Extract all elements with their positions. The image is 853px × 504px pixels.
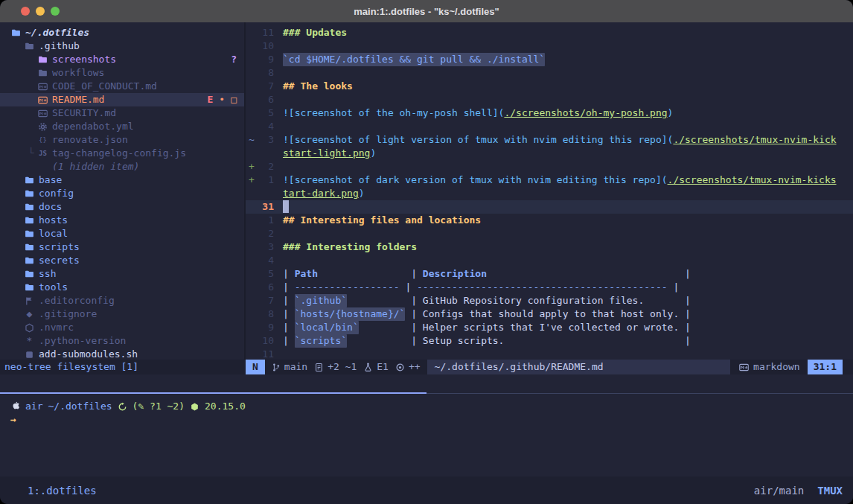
tree-item-label: (1 hidden item) bbox=[52, 160, 139, 173]
shell-prompt: air ~/.dotfiles (✎ ?1 ~2) 20.15.0 bbox=[10, 400, 246, 413]
tree-item--gitignore[interactable]: ◆.gitignore bbox=[0, 307, 244, 321]
tmux-pane-border-active[interactable] bbox=[0, 392, 426, 394]
text-run: | bbox=[487, 267, 691, 281]
editor-line[interactable]: 11 bbox=[246, 348, 853, 360]
line-number: 11 bbox=[256, 26, 274, 39]
text-run: | bbox=[644, 294, 691, 307]
gutter-sign bbox=[246, 200, 256, 214]
tree-item-screenshots[interactable]: screenshots? bbox=[0, 53, 244, 66]
editor-line[interactable]: 9`cd $HOME/.dotfiles && git pull && ./in… bbox=[246, 53, 853, 66]
editor-line[interactable]: ~3![screenshot of light version of tmux … bbox=[246, 133, 853, 147]
editor-line[interactable]: 10 bbox=[246, 39, 853, 53]
tree-item-local[interactable]: local bbox=[0, 227, 244, 240]
line-number: 7 bbox=[256, 294, 274, 307]
tree-item-label: ssh bbox=[39, 267, 56, 281]
editor-line[interactable]: 6 bbox=[246, 93, 853, 106]
tmux-window-tab[interactable]: 1:.dotfiles bbox=[28, 485, 97, 497]
editor-line[interactable]: 5![screenshot of the oh-my-posh shell](.… bbox=[246, 106, 853, 120]
editor-line[interactable]: 3### Interesting folders bbox=[246, 240, 853, 254]
editor-line[interactable]: 9| `local/bin` | Helper scripts that I'v… bbox=[246, 321, 853, 334]
editor-line[interactable]: 4 bbox=[246, 254, 853, 267]
tmux-badge: TMUX bbox=[817, 485, 843, 497]
editor-line[interactable]: 10| `scripts` | Setup scripts. | bbox=[246, 334, 853, 348]
folder-icon bbox=[24, 176, 35, 185]
editor-line[interactable]: 6| ------------------ | ----------------… bbox=[246, 281, 853, 294]
zoom-button[interactable] bbox=[51, 7, 60, 16]
tree-item-security-md[interactable]: SECURITY.md bbox=[0, 106, 244, 120]
tree-item--github[interactable]: .github bbox=[0, 39, 244, 53]
minimize-button[interactable] bbox=[36, 7, 45, 16]
tree-item--nvmrc[interactable]: .nvmrc bbox=[0, 321, 244, 334]
tree-item-workflows[interactable]: workflows bbox=[0, 66, 244, 80]
line-number: 8 bbox=[256, 307, 274, 321]
gutter-sign: + bbox=[246, 173, 256, 187]
editor-buffer[interactable]: 11### Updates 10 9`cd $HOME/.dotfiles &&… bbox=[246, 26, 853, 360]
line-number: 2 bbox=[256, 160, 274, 173]
diagnostic-error-badge: E bbox=[208, 93, 214, 106]
tree-item-label: .editorconfig bbox=[39, 294, 115, 307]
link-url: ./screenshots/tmux-nvim-kick bbox=[673, 133, 836, 147]
close-button[interactable] bbox=[21, 7, 30, 16]
editor-line[interactable]: 11### Updates bbox=[246, 26, 853, 39]
tree-item-ssh[interactable]: ssh bbox=[0, 267, 244, 281]
link-url: tart-dark.png bbox=[283, 187, 359, 200]
tree-item-tag-changelog-config-js[interactable]: └JStag-changelog-config.js bbox=[0, 147, 244, 160]
titlebar[interactable]: main:1:.dotfiles - "ks~/.dotfiles" bbox=[0, 0, 853, 22]
tree-item-label: hosts bbox=[39, 214, 68, 227]
editor-line[interactable]: 5| Path | Description | bbox=[246, 267, 853, 281]
unstaged-square-badge: □ bbox=[231, 93, 237, 106]
tree-item-readme-md[interactable]: README.mdE•□ bbox=[0, 93, 244, 106]
tree-item-code-of-conduct-md[interactable]: CODE_OF_CONDUCT.md bbox=[0, 80, 244, 93]
gutter-sign bbox=[246, 106, 256, 120]
line-number bbox=[256, 187, 274, 200]
text-run: | bbox=[673, 281, 679, 294]
tree-item--python-version[interactable]: *.python-version bbox=[0, 334, 244, 348]
tree-item-label: .nvmrc bbox=[39, 321, 74, 334]
tree-item-label: tag-changelog-config.js bbox=[52, 147, 186, 160]
editor-line[interactable]: 7## The looks bbox=[246, 80, 853, 93]
line-number: 6 bbox=[256, 281, 274, 294]
editor-line[interactable]: tart-dark.png) bbox=[246, 187, 853, 200]
tree-item-scripts[interactable]: scripts bbox=[0, 240, 244, 254]
text-run: ![screenshot of the oh-my-posh shell]( bbox=[283, 106, 504, 120]
tree-item--editorconfig[interactable]: .editorconfig bbox=[0, 294, 244, 307]
text-run: Helper scripts that I've collected or wr… bbox=[423, 321, 679, 334]
editor-line[interactable]: +2 bbox=[246, 160, 853, 173]
editor-line[interactable]: +1![screenshot of dark version of tmux w… bbox=[246, 173, 853, 187]
editor-line[interactable]: 8| `hosts/{hostname}/` | Configs that sh… bbox=[246, 307, 853, 321]
git-diff-counts: +2 ~1 bbox=[328, 360, 357, 374]
tree-item-config[interactable]: config bbox=[0, 187, 244, 200]
tree-item-renovate-json[interactable]: {}renovate.json bbox=[0, 133, 244, 147]
text-run: | bbox=[405, 281, 417, 294]
file-path: ~/.dotfiles/.github/README.md bbox=[427, 360, 730, 374]
editor-line[interactable]: 31 bbox=[246, 200, 853, 214]
text-run: | bbox=[283, 294, 295, 307]
text-run: | bbox=[283, 307, 295, 321]
tree-item-tools[interactable]: tools bbox=[0, 281, 244, 294]
tree-item-hosts[interactable]: hosts bbox=[0, 214, 244, 227]
text-run: Configs that should apply to that host o… bbox=[423, 307, 679, 321]
editor-line[interactable]: 1## Interesting files and locations bbox=[246, 214, 853, 227]
line-number: 5 bbox=[256, 106, 274, 120]
editor-line[interactable]: 4 bbox=[246, 120, 853, 133]
tree-item-label: tools bbox=[39, 281, 68, 294]
editor-line[interactable]: 7| `.github` | GitHub Repository configu… bbox=[246, 294, 853, 307]
editor-line[interactable]: 2 bbox=[246, 227, 853, 240]
gear-icon bbox=[37, 122, 48, 132]
editor-line[interactable]: 8 bbox=[246, 66, 853, 80]
tree-item-base[interactable]: base bbox=[0, 173, 244, 187]
help-hint-badge: ? bbox=[231, 53, 237, 66]
editor-line[interactable]: start-light.png) bbox=[246, 147, 853, 160]
gutter-sign bbox=[246, 93, 256, 106]
link-url: start-light.png bbox=[283, 147, 370, 160]
tree-item-dependabot-yml[interactable]: dependabot.yml bbox=[0, 120, 244, 133]
tree-item--dotfiles[interactable]: ~/.dotfiles bbox=[0, 26, 244, 39]
tree-item-badges: E•□ bbox=[208, 93, 244, 106]
tree-item-docs[interactable]: docs bbox=[0, 200, 244, 214]
tree-item--1-hidden-item-[interactable]: (1 hidden item) bbox=[0, 160, 244, 173]
gutter-sign bbox=[246, 254, 256, 267]
text-run: ) bbox=[370, 147, 376, 160]
tree-item-secrets[interactable]: secrets bbox=[0, 254, 244, 267]
prompt-arrow: → bbox=[10, 413, 16, 427]
git-status-label: (✎ ?1 ~2) bbox=[132, 400, 185, 413]
